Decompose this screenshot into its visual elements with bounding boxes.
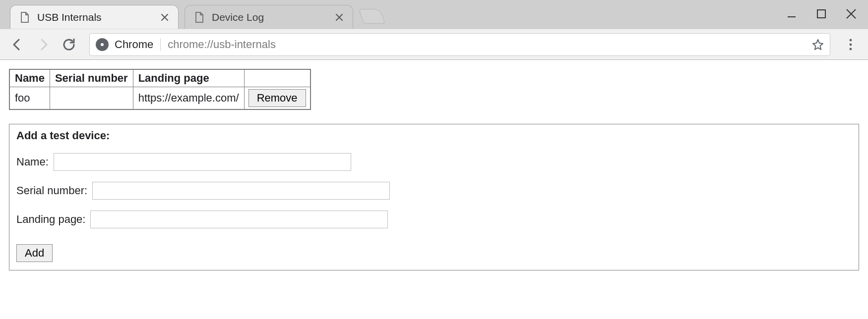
window-controls xyxy=(784,6,859,22)
forward-button[interactable] xyxy=(33,34,54,55)
form-row-name: Name: xyxy=(16,153,852,171)
new-tab-button[interactable] xyxy=(359,9,385,24)
toolbar: Chrome chrome://usb-internals xyxy=(0,29,868,59)
svg-point-2 xyxy=(101,43,104,46)
cell-actions: Remove xyxy=(244,87,310,110)
landing-label: Landing page: xyxy=(16,213,85,226)
tab-title: USB Internals xyxy=(37,11,158,23)
browser-chrome: USB Internals Device Log xyxy=(0,0,868,60)
serial-label: Serial number: xyxy=(16,184,87,197)
name-input[interactable] xyxy=(54,153,351,171)
landing-input[interactable] xyxy=(90,211,388,228)
maximize-icon[interactable] xyxy=(813,6,829,22)
tab-strip: USB Internals Device Log xyxy=(0,0,868,29)
kebab-menu-icon[interactable] xyxy=(840,34,861,55)
col-serial: Serial number xyxy=(50,69,133,87)
name-label: Name: xyxy=(16,156,49,168)
close-icon[interactable] xyxy=(158,11,171,24)
omnibox[interactable]: Chrome chrome://usb-internals xyxy=(89,33,830,56)
close-icon[interactable] xyxy=(333,11,346,24)
table-row: foo https://example.com/ Remove xyxy=(9,87,310,110)
add-button[interactable]: Add xyxy=(16,244,53,262)
form-row-landing: Landing page: xyxy=(16,211,852,228)
cell-serial xyxy=(50,87,133,110)
minimize-icon[interactable] xyxy=(784,6,800,22)
svg-rect-0 xyxy=(817,10,825,18)
col-actions xyxy=(244,69,310,87)
page-icon xyxy=(194,12,205,23)
add-device-section: Add a test device: Name: Serial number: … xyxy=(9,124,859,270)
page-icon xyxy=(19,12,30,23)
bookmark-star-icon[interactable] xyxy=(812,39,824,51)
devices-table: Name Serial number Landing page foo http… xyxy=(9,69,311,110)
chrome-icon xyxy=(96,38,109,51)
tab-title: Device Log xyxy=(212,11,333,23)
page-content: Name Serial number Landing page foo http… xyxy=(0,60,868,279)
col-landing: Landing page xyxy=(133,69,244,87)
section-title: Add a test device: xyxy=(16,129,852,142)
reload-button[interactable] xyxy=(59,34,79,55)
table-header-row: Name Serial number Landing page xyxy=(9,69,310,87)
tab-device-log[interactable]: Device Log xyxy=(185,5,353,29)
cell-landing: https://example.com/ xyxy=(133,87,244,110)
form-row-serial: Serial number: xyxy=(16,182,852,200)
origin-chip: Chrome xyxy=(115,38,161,51)
tab-usb-internals[interactable]: USB Internals xyxy=(10,5,179,29)
back-button[interactable] xyxy=(7,34,28,55)
svg-point-3 xyxy=(850,39,852,41)
svg-point-4 xyxy=(850,43,852,46)
col-name: Name xyxy=(9,69,50,87)
url-text: chrome://usb-internals xyxy=(168,38,276,51)
serial-input[interactable] xyxy=(92,182,390,200)
cell-name: foo xyxy=(9,87,50,110)
window-close-icon[interactable] xyxy=(843,6,859,22)
remove-button[interactable]: Remove xyxy=(248,89,306,107)
svg-point-5 xyxy=(850,48,852,50)
